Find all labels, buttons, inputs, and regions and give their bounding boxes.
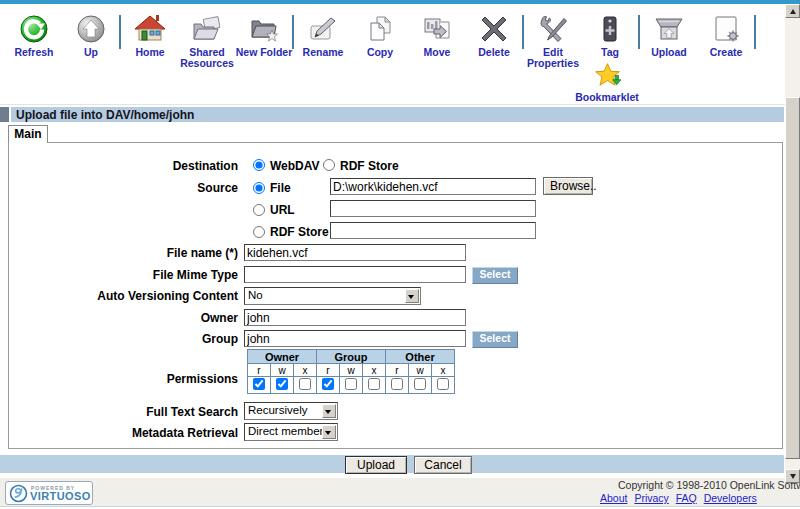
source-file-radio[interactable]	[253, 182, 265, 194]
dropdown-arrow-icon[interactable]	[405, 289, 419, 303]
permissions-owner-header: Owner	[248, 350, 317, 364]
auto-versioning-dropdown[interactable]: No	[244, 287, 421, 305]
new-folder-icon	[248, 13, 280, 45]
dropdown-arrow-icon[interactable]	[322, 404, 336, 418]
toolbar: Refresh Up Home Shared Resources New Fo	[0, 4, 785, 105]
perm-group-w-checkbox[interactable]	[345, 378, 357, 390]
group-label: Group	[0, 332, 238, 346]
destination-webdav-label: WebDAV	[270, 159, 320, 173]
upload-icon	[653, 13, 685, 45]
copyright-text: Copyright © 1998-2010 OpenLink Software	[618, 479, 800, 491]
toolbar-item-upload[interactable]: Upload	[640, 4, 697, 58]
full-text-search-dropdown[interactable]: Recursively	[244, 402, 338, 420]
cancel-button[interactable]: Cancel	[414, 456, 472, 474]
copy-icon	[364, 13, 396, 45]
move-icon	[421, 13, 453, 45]
footer-link-about[interactable]: About	[600, 492, 627, 504]
permissions-label: Permissions	[0, 372, 238, 386]
toolbar-item-shared-resources[interactable]: Shared Resources	[178, 4, 235, 69]
toolbar-item-new-folder[interactable]: New Folder	[235, 4, 292, 58]
scroll-up-arrow-icon	[790, 9, 796, 14]
shared-resources-icon	[191, 13, 223, 45]
tab-main[interactable]: Main	[8, 125, 48, 143]
page-title-bar: Upload file into DAV/home/john	[0, 107, 784, 122]
full-text-search-label: Full Text Search	[0, 405, 238, 419]
toolbar-item-move[interactable]: Move	[408, 4, 465, 58]
source-file-input[interactable]	[330, 178, 536, 195]
upload-button[interactable]: Upload	[345, 456, 407, 474]
browse-button[interactable]: Browse..	[543, 177, 593, 195]
up-icon	[75, 13, 107, 45]
source-url-input[interactable]	[330, 200, 536, 217]
source-url-label: URL	[270, 203, 295, 217]
perm-other-x-checkbox[interactable]	[437, 378, 449, 390]
permissions-group-header: Group	[317, 350, 386, 364]
toolbar-label: Create	[693, 47, 759, 58]
owner-input[interactable]	[244, 309, 466, 326]
perm-other-w-checkbox[interactable]	[414, 378, 426, 390]
source-file-label: File	[270, 181, 291, 195]
edit-properties-icon	[537, 13, 569, 45]
toolbar-item-create[interactable]: Create	[697, 4, 754, 58]
scroll-up-button[interactable]	[785, 4, 800, 18]
source-rdf-radio[interactable]	[253, 226, 265, 238]
toolbar-item-refresh[interactable]: Refresh	[5, 4, 62, 58]
toolbar-item-edit-properties[interactable]: Edit Properties	[524, 4, 581, 69]
destination-rdf-label: RDF Store	[340, 159, 399, 173]
webdav-browser-window: Refresh Up Home Shared Resources New Fo	[0, 0, 800, 509]
permissions-header-row: Owner Group Other	[248, 350, 455, 364]
bit-label: x	[363, 364, 386, 377]
owner-label: Owner	[0, 311, 238, 325]
metadata-retrieval-label: Metadata Retrieval	[0, 426, 238, 440]
toolbar-label: Tag	[577, 47, 643, 58]
rename-icon	[307, 13, 339, 45]
destination-rdf-radio[interactable]	[323, 159, 335, 171]
toolbar-item-up[interactable]: Up	[62, 4, 119, 58]
perm-owner-x-checkbox[interactable]	[299, 378, 311, 390]
mime-type-label: File Mime Type	[0, 268, 238, 282]
mime-type-select-button[interactable]: Select	[472, 267, 518, 284]
powered-by-virtuoso-badge[interactable]: POWERED BY VIRTUOSO	[5, 481, 93, 505]
toolbar-item-tag[interactable]: Tag	[581, 4, 638, 58]
virtuoso-brand-text: VIRTUOSO	[30, 490, 91, 502]
toolbar-item-rename[interactable]: Rename	[294, 4, 351, 58]
group-select-button[interactable]: Select	[472, 331, 518, 348]
file-name-label: File name (*)	[0, 246, 238, 260]
source-rdf-label: RDF Store	[270, 225, 329, 239]
delete-icon	[478, 13, 510, 45]
mime-type-input[interactable]	[244, 266, 466, 283]
toolbar-item-copy[interactable]: Copy	[351, 4, 408, 58]
source-url-radio[interactable]	[253, 204, 265, 216]
bookmarklet-label[interactable]: Bookmarklet	[557, 91, 657, 103]
dropdown-arrow-icon[interactable]	[322, 425, 336, 439]
footer-link-developers[interactable]: Developers	[704, 492, 757, 504]
bookmarklet-button[interactable]	[585, 62, 629, 92]
scroll-down-button[interactable]	[785, 469, 800, 483]
footer-link-privacy[interactable]: Privacy	[634, 492, 668, 504]
destination-webdav-radio[interactable]	[253, 159, 265, 171]
perm-other-r-checkbox[interactable]	[391, 378, 403, 390]
bit-label: x	[432, 364, 455, 377]
perm-group-r-checkbox[interactable]	[322, 378, 334, 390]
source-rdf-input[interactable]	[330, 222, 536, 239]
create-icon	[710, 13, 742, 45]
perm-group-x-checkbox[interactable]	[368, 378, 380, 390]
permissions-checkbox-row	[248, 377, 455, 394]
perm-owner-w-checkbox[interactable]	[276, 378, 288, 390]
toolbar-label: New Folder	[231, 47, 297, 58]
bit-label: w	[409, 364, 432, 377]
toolbar-item-delete[interactable]: Delete	[465, 4, 522, 58]
file-name-input[interactable]	[244, 244, 466, 261]
scrollbar-thumb[interactable]	[785, 97, 800, 459]
group-input[interactable]	[244, 330, 466, 347]
toolbar-item-home[interactable]: Home	[121, 4, 178, 58]
full-text-search-value: Recursively	[248, 404, 307, 416]
virtuoso-logo-icon	[9, 484, 28, 503]
metadata-retrieval-dropdown[interactable]: Direct members	[244, 423, 338, 441]
perm-owner-r-checkbox[interactable]	[253, 378, 265, 390]
bit-label: r	[386, 364, 409, 377]
footer-link-faq[interactable]: FAQ	[676, 492, 697, 504]
vertical-scrollbar[interactable]	[785, 4, 800, 483]
permissions-bits-row: r w x r w x r w x	[248, 364, 455, 377]
source-label: Source	[0, 181, 238, 195]
